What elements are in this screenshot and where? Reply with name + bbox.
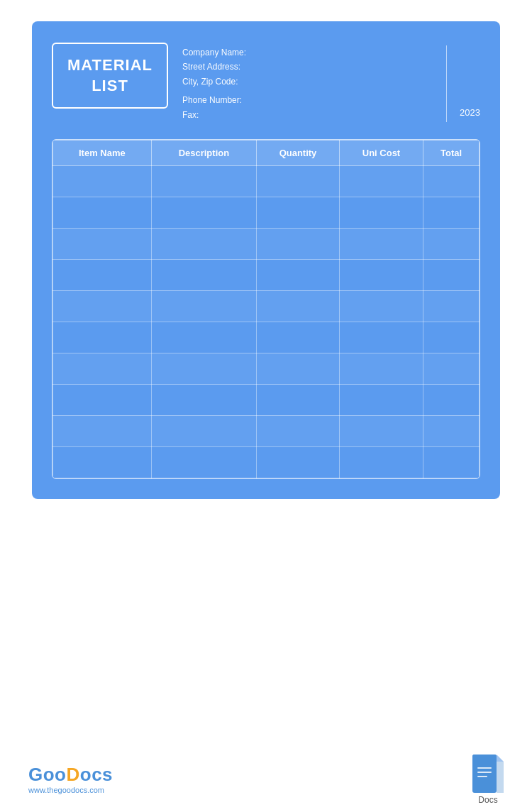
logo-ocs: ocs xyxy=(80,764,113,785)
page-wrapper: MATERIAL LIST Company Name: Street Addre… xyxy=(0,0,532,812)
docs-icon-area: Docs xyxy=(472,755,504,805)
table-row xyxy=(53,322,480,353)
table-container: Item Name Description Quantity Uni Cost … xyxy=(52,139,480,479)
cell xyxy=(53,446,152,478)
svg-rect-3 xyxy=(497,762,504,793)
svg-rect-4 xyxy=(477,767,492,769)
cell xyxy=(423,322,480,353)
cell xyxy=(339,353,423,384)
logo-url: www.thegoodocs.com xyxy=(28,786,104,794)
table-row xyxy=(53,165,480,197)
logo-goo: Goo xyxy=(28,764,67,785)
company-info: Company Name: Street Address: City, Zip … xyxy=(182,43,480,122)
logo-text: GooDocs xyxy=(28,765,113,784)
table-body xyxy=(53,165,480,478)
cell xyxy=(423,353,480,384)
cell xyxy=(151,228,256,259)
svg-marker-1 xyxy=(497,755,504,762)
cell xyxy=(257,353,340,384)
cell xyxy=(53,259,152,290)
col-item-name: Item Name xyxy=(53,140,152,165)
cell xyxy=(339,165,423,197)
cell xyxy=(53,290,152,322)
table-row xyxy=(53,353,480,384)
fax-label: Fax: xyxy=(182,108,433,122)
cell xyxy=(339,446,423,478)
cell xyxy=(151,165,256,197)
cell xyxy=(423,446,480,478)
title-box: MATERIAL LIST xyxy=(52,43,168,109)
cell xyxy=(257,322,340,353)
cell xyxy=(257,446,340,478)
cell xyxy=(423,259,480,290)
header: MATERIAL LIST Company Name: Street Addre… xyxy=(52,43,480,122)
logo-d: D xyxy=(67,764,80,785)
cell xyxy=(53,228,152,259)
cell xyxy=(257,197,340,228)
cell xyxy=(339,290,423,322)
cell xyxy=(151,259,256,290)
cell xyxy=(257,290,340,322)
cell xyxy=(257,165,340,197)
cell xyxy=(339,197,423,228)
material-table: Item Name Description Quantity Uni Cost … xyxy=(52,140,480,478)
docs-file-icon xyxy=(472,755,504,793)
cell xyxy=(339,415,423,446)
title-line1: MATERIAL xyxy=(67,56,153,74)
phone-label: Phone Number: xyxy=(182,93,433,107)
cell xyxy=(53,353,152,384)
cell xyxy=(257,384,340,415)
cell xyxy=(257,259,340,290)
cell xyxy=(423,415,480,446)
document: MATERIAL LIST Company Name: Street Addre… xyxy=(32,21,500,499)
cell xyxy=(339,228,423,259)
table-row xyxy=(53,415,480,446)
col-total: Total xyxy=(423,140,480,165)
year-text: 2023 xyxy=(460,105,480,121)
cell xyxy=(53,197,152,228)
footer: GooDocs www.thegoodocs.com Docs xyxy=(0,742,532,812)
cell xyxy=(151,197,256,228)
year-area: 2023 xyxy=(460,45,480,122)
cell xyxy=(423,384,480,415)
svg-rect-6 xyxy=(477,776,487,777)
table-row xyxy=(53,228,480,259)
table-row xyxy=(53,197,480,228)
cell xyxy=(257,228,340,259)
cell xyxy=(423,197,480,228)
cell xyxy=(339,259,423,290)
cell xyxy=(423,165,480,197)
cell xyxy=(53,165,152,197)
cell xyxy=(151,415,256,446)
vertical-divider xyxy=(446,45,447,122)
logo-area: GooDocs www.thegoodocs.com xyxy=(28,765,113,794)
cell xyxy=(151,290,256,322)
table-row xyxy=(53,259,480,290)
title-line2: LIST xyxy=(92,77,128,94)
street-address-label: Street Address: xyxy=(182,60,433,74)
company-info-inner: Company Name: Street Address: City, Zip … xyxy=(182,45,480,122)
table-row xyxy=(53,446,480,478)
col-quantity: Quantity xyxy=(257,140,340,165)
cell xyxy=(53,415,152,446)
col-uni-cost: Uni Cost xyxy=(339,140,423,165)
cell xyxy=(339,384,423,415)
docs-label: Docs xyxy=(478,795,497,805)
col-description: Description xyxy=(151,140,256,165)
cell xyxy=(151,446,256,478)
cell xyxy=(151,322,256,353)
cell xyxy=(151,384,256,415)
table-row xyxy=(53,384,480,415)
cell xyxy=(53,384,152,415)
table-header-row: Item Name Description Quantity Uni Cost … xyxy=(53,140,480,165)
cell xyxy=(257,415,340,446)
svg-rect-2 xyxy=(472,755,497,762)
company-name-label: Company Name: xyxy=(182,45,433,60)
info-col-left: Company Name: Street Address: City, Zip … xyxy=(182,45,433,122)
city-zip-label: City, Zip Code: xyxy=(182,75,433,89)
svg-rect-5 xyxy=(477,772,492,773)
cell xyxy=(53,322,152,353)
cell xyxy=(423,290,480,322)
table-row xyxy=(53,290,480,322)
cell xyxy=(151,353,256,384)
